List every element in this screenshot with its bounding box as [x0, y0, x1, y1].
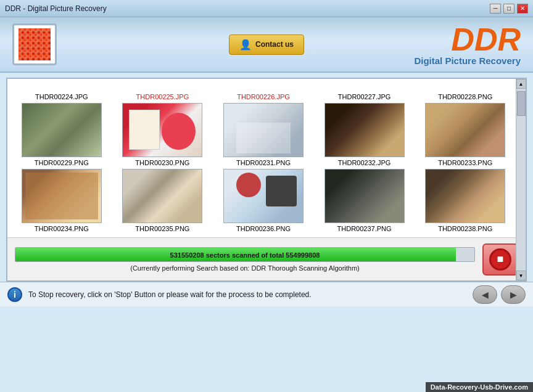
back-button[interactable]: ◀: [473, 285, 497, 304]
scroll-down-arrow[interactable]: ▼: [516, 271, 526, 280]
title-bar: DDR - Digital Picture Recovery ─ □ ✕: [0, 0, 533, 17]
image-filename: THDR00229.PNG: [35, 159, 89, 166]
stop-button[interactable]: ■: [482, 243, 518, 276]
progress-bar: 531550208 sectors scanned of total 55499…: [15, 247, 475, 262]
status-bar: i To Stop recovery, click on 'Stop' Butt…: [0, 282, 533, 306]
status-message: To Stop recovery, click on 'Stop' Button…: [28, 290, 466, 299]
image-filename: THDR00231.PNG: [236, 159, 291, 166]
window-title: DDR - Digital Picture Recovery: [5, 4, 107, 13]
svg-rect-4: [19, 28, 51, 60]
list-item: THDR00224.JPG: [14, 85, 110, 100]
list-item[interactable]: THDR00231.PNG: [215, 103, 312, 166]
image-filename: THDR00225.JPG: [136, 93, 189, 100]
list-item: THDR00225.JPG: [115, 85, 211, 100]
ddr-logo: DDR: [414, 23, 521, 55]
minimize-button[interactable]: ─: [490, 4, 501, 14]
list-item: THDR00227.JPG: [316, 85, 413, 100]
image-thumbnail: [223, 103, 304, 157]
list-item[interactable]: THDR00236.PNG: [215, 169, 312, 232]
info-icon: i: [7, 287, 22, 302]
image-filename: THDR00226.JPG: [237, 93, 290, 100]
main-panel: THDR00224.JPG THDR00225.JPG THDR00226.JP…: [6, 78, 527, 282]
forward-button[interactable]: ▶: [501, 285, 526, 304]
image-thumbnail: [324, 103, 405, 157]
progress-text: 531550208 sectors scanned of total 55499…: [15, 248, 474, 262]
close-button[interactable]: ✕: [517, 4, 528, 14]
image-thumbnail: [223, 169, 304, 223]
scroll-up-arrow[interactable]: ▲: [516, 79, 526, 89]
image-grid: THDR00224.JPG THDR00225.JPG THDR00226.JP…: [7, 79, 526, 237]
image-filename: THDR00228.PNG: [438, 93, 492, 100]
image-thumbnail: [122, 169, 202, 223]
image-filename: THDR00233.PNG: [438, 159, 492, 166]
image-thumbnail: [324, 169, 405, 223]
image-thumbnail: [22, 169, 102, 223]
image-filename: THDR00235.PNG: [135, 225, 189, 232]
image-filename: THDR00227.JPG: [338, 93, 391, 100]
header-area: 👤 Contact us DDR Digital Picture Recover…: [0, 17, 533, 73]
image-filename: THDR00230.PNG: [135, 159, 189, 166]
progress-area: 531550208 sectors scanned of total 55499…: [7, 237, 526, 280]
list-item[interactable]: THDR00232.JPG: [316, 103, 413, 166]
scrollbar[interactable]: ▲ ▼: [516, 79, 526, 280]
image-thumbnail: [122, 103, 202, 157]
image-filename: THDR00234.PNG: [35, 225, 89, 232]
list-item[interactable]: THDR00229.PNG: [14, 103, 110, 166]
list-item[interactable]: THDR00235.PNG: [115, 169, 211, 232]
image-thumbnail: [425, 103, 505, 157]
logo-box: [12, 23, 57, 65]
watermark: Data-Recovery-Usb-Drive.com: [426, 382, 533, 392]
progress-subtext: (Currently performing Search based on: D…: [15, 264, 475, 272]
image-thumbnail: [425, 169, 505, 223]
logo-checkerboard: [19, 28, 51, 60]
window-controls: ─ □ ✕: [490, 4, 528, 14]
contact-button[interactable]: 👤 Contact us: [229, 35, 304, 55]
list-item[interactable]: THDR00238.PNG: [417, 169, 513, 232]
image-filename: THDR00236.PNG: [236, 225, 291, 232]
list-item[interactable]: THDR00230.PNG: [115, 103, 211, 166]
app-subtitle: Digital Picture Recovery: [414, 55, 521, 66]
image-filename: THDR00224.JPG: [35, 93, 88, 100]
nav-buttons: ◀ ▶: [473, 285, 526, 304]
maximize-button[interactable]: □: [503, 4, 514, 14]
list-item: THDR00228.PNG: [417, 85, 513, 100]
list-item: THDR00226.JPG: [215, 85, 312, 100]
image-filename: THDR00238.PNG: [438, 225, 492, 232]
list-item[interactable]: THDR00237.PNG: [316, 169, 413, 232]
image-filename: THDR00237.PNG: [337, 225, 392, 232]
list-item[interactable]: THDR00234.PNG: [14, 169, 110, 232]
image-filename: THDR00232.JPG: [338, 159, 391, 166]
scroll-thumb[interactable]: [517, 91, 526, 116]
stop-icon: ■: [489, 248, 511, 271]
progress-container: 531550208 sectors scanned of total 55499…: [15, 247, 475, 272]
list-item[interactable]: THDR00233.PNG: [417, 103, 513, 166]
image-thumbnail: [22, 103, 102, 157]
brand-area: DDR Digital Picture Recovery: [414, 23, 521, 66]
